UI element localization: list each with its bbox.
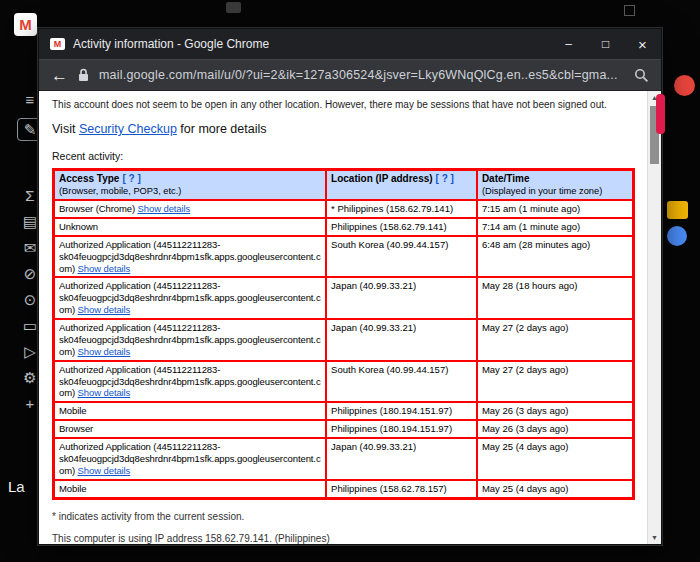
hamburger-menu-icon[interactable]: ≡ xyxy=(26,92,35,107)
header-title: Date/Time xyxy=(482,173,530,184)
access-type-cell: Browser (Chrome) Show details xyxy=(54,200,327,218)
scroll-down-arrow-icon[interactable]: ▼ xyxy=(648,534,661,541)
datetime-cell: May 27 (2 days ago) xyxy=(477,361,634,403)
header-title: Access Type xyxy=(59,173,119,184)
show-details-link[interactable]: Show details xyxy=(78,263,131,274)
background-window-control-fragment xyxy=(624,5,635,16)
visit-suffix: for more details xyxy=(177,122,267,136)
datetime-cell: May 26 (3 days ago) xyxy=(477,420,634,438)
ip-address-note: This computer is using IP address 158.62… xyxy=(52,533,633,544)
access-type-text: Browser xyxy=(59,423,93,434)
col-header-location: Location (IP address)[ ? ] xyxy=(326,170,477,201)
url-text[interactable]: mail.google.com/mail/u/0/?ui=2&ik=127a30… xyxy=(99,68,624,82)
header-subtitle: (Displayed in your time zone) xyxy=(482,186,628,198)
background-partial-label: La xyxy=(8,478,25,495)
access-type-cell: Mobile xyxy=(54,480,327,498)
close-button[interactable]: × xyxy=(624,29,661,59)
spam-icon[interactable]: ⊘ xyxy=(24,266,37,281)
datetime-cell: May 26 (3 days ago) xyxy=(477,402,634,420)
add-label-icon[interactable]: + xyxy=(26,396,35,411)
show-details-link[interactable]: Show details xyxy=(78,465,131,476)
datetime-cell: May 28 (18 hours ago) xyxy=(477,277,634,319)
access-type-text: Unknown xyxy=(59,221,98,232)
settings-gear-icon[interactable]: ⚙ xyxy=(23,370,36,385)
background-window-fragment xyxy=(226,2,241,13)
datetime-cell: May 27 (2 days ago) xyxy=(477,319,634,361)
maximize-button[interactable]: □ xyxy=(587,29,624,59)
window-controls: – □ × xyxy=(550,29,661,59)
location-cell: * Philippines (158.62.79.141) xyxy=(326,200,477,218)
header-title: Location (IP address) xyxy=(331,173,433,184)
yellow-app-icon xyxy=(667,201,688,219)
location-cell: Japan (40.99.33.21) xyxy=(326,277,477,319)
header-row: Access Type[ ? ] (Browser, mobile, POP3,… xyxy=(54,170,634,201)
trash-icon[interactable]: ▭ xyxy=(23,318,37,333)
pink-accent-bar xyxy=(656,94,665,134)
recent-activity-label: Recent activity: xyxy=(52,150,633,162)
table-row: Browser (Chrome) Show details* Philippin… xyxy=(54,200,634,218)
table-row: BrowserPhilippines (180.194.151.97)May 2… xyxy=(54,420,634,438)
access-type-cell: Unknown xyxy=(54,218,327,236)
datetime-cell: May 25 (4 days ago) xyxy=(477,480,634,498)
show-details-link[interactable]: Show details xyxy=(78,304,131,315)
red-notification-icon xyxy=(674,75,695,96)
datetime-cell: 6:48 am (28 minutes ago) xyxy=(477,236,634,278)
access-type-cell: Authorized Application (445112211283-sk0… xyxy=(54,319,327,361)
gmail-favicon: M xyxy=(50,38,65,50)
show-details-link[interactable]: Show details xyxy=(78,346,131,357)
window-title: Activity information - Google Chrome xyxy=(73,37,269,51)
expand-icon[interactable]: ▷ xyxy=(24,344,36,359)
access-type-text: Mobile xyxy=(59,405,86,416)
access-type-text: Mobile xyxy=(59,483,86,494)
zoom-search-icon[interactable] xyxy=(634,68,649,83)
access-type-cell: Authorized Application (445112211283-sk0… xyxy=(54,277,327,319)
access-type-cell: Browser xyxy=(54,420,327,438)
activity-table-header: Access Type[ ? ] (Browser, mobile, POP3,… xyxy=(54,170,634,201)
table-row: Authorized Application (445112211283-sk0… xyxy=(54,361,634,403)
activity-table: Access Type[ ? ] (Browser, mobile, POP3,… xyxy=(52,168,635,500)
security-checkup-link[interactable]: Security Checkup xyxy=(79,122,177,136)
lock-icon[interactable] xyxy=(78,68,89,82)
help-link[interactable]: [ ? ] xyxy=(436,173,454,184)
table-row: Authorized Application (445112211283-sk0… xyxy=(54,438,634,480)
snoozed-icon[interactable]: ⊙ xyxy=(24,292,37,307)
datetime-cell: 7:15 am (1 minute ago) xyxy=(477,200,634,218)
gmail-logo: M xyxy=(14,13,37,36)
session-status-text: This account does not seem to be open in… xyxy=(52,99,633,110)
location-cell: South Korea (40.99.44.157) xyxy=(326,361,477,403)
window-titlebar[interactable]: M Activity information - Google Chrome –… xyxy=(39,29,661,59)
access-type-cell: Authorized Application (445112211283-sk0… xyxy=(54,236,327,278)
help-link[interactable]: [ ? ] xyxy=(122,173,140,184)
show-details-link[interactable]: Show details xyxy=(138,203,191,214)
page-content: This account does not seem to be open in… xyxy=(39,91,661,544)
location-cell: Japan (40.99.33.21) xyxy=(326,319,477,361)
blue-app-icon xyxy=(667,226,687,246)
back-icon[interactable]: ← xyxy=(51,67,68,84)
scrollbar[interactable]: ▲ ▼ xyxy=(647,91,661,544)
location-cell: Philippines (158.62.79.141) xyxy=(326,218,477,236)
chrome-popup-window: M Activity information - Google Chrome –… xyxy=(38,28,662,545)
location-cell: Philippines (180.194.151.97) xyxy=(326,402,477,420)
visit-prefix: Visit xyxy=(52,122,79,136)
access-type-text: Browser (Chrome) xyxy=(59,203,135,214)
security-checkup-line: Visit Security Checkup for more details xyxy=(52,122,633,136)
header-subtitle: (Browser, mobile, POP3, etc.) xyxy=(59,186,321,198)
access-type-cell: Mobile xyxy=(54,402,327,420)
summarize-icon[interactable]: Σ xyxy=(25,188,34,203)
location-cell: Philippines (180.194.151.97) xyxy=(326,420,477,438)
table-row: UnknownPhilippines (158.62.79.141)7:14 a… xyxy=(54,218,634,236)
table-row: Authorized Application (445112211283-sk0… xyxy=(54,277,634,319)
table-row: MobilePhilippines (180.194.151.97)May 26… xyxy=(54,402,634,420)
current-session-footnote: * indicates activity from the current se… xyxy=(52,511,633,522)
show-details-link[interactable]: Show details xyxy=(78,387,131,398)
col-header-datetime: Date/Time (Displayed in your time zone) xyxy=(477,170,634,201)
inbox-list-icon[interactable]: ▤ xyxy=(23,214,37,229)
envelope-icon[interactable]: ✉ xyxy=(24,240,37,255)
access-type-cell: Authorized Application (445112211283-sk0… xyxy=(54,361,327,403)
minimize-button[interactable]: – xyxy=(550,29,587,59)
location-cell: Philippines (158.62.78.157) xyxy=(326,480,477,498)
table-row: MobilePhilippines (158.62.78.157)May 25 … xyxy=(54,480,634,498)
location-cell: South Korea (40.99.44.157) xyxy=(326,236,477,278)
address-bar: ← mail.google.com/mail/u/0/?ui=2&ik=127a… xyxy=(39,59,661,91)
table-row: Authorized Application (445112211283-sk0… xyxy=(54,319,634,361)
